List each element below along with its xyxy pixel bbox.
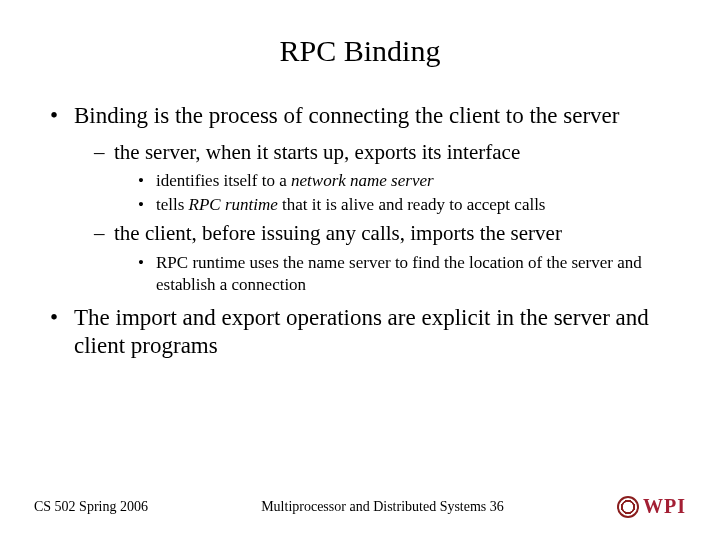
bullet-list-level2: the server, when it starts up, exports i… (74, 139, 690, 296)
slide: RPC Binding Binding is the process of co… (0, 0, 720, 540)
bullet-text: tells (156, 195, 189, 214)
slide-title: RPC Binding (30, 34, 690, 68)
bullet-list-level3: RPC runtime uses the name server to find… (114, 252, 690, 296)
bullet-text-emph: network name server (291, 171, 434, 190)
list-item: the client, before issuing any calls, im… (94, 220, 690, 295)
list-item: identifies itself to a network name serv… (138, 170, 690, 192)
bullet-text: that it is alive and ready to accept cal… (278, 195, 546, 214)
bullet-text: The import and export operations are exp… (74, 305, 649, 359)
bullet-list-level1: Binding is the process of connecting the… (50, 102, 690, 361)
list-item: The import and export operations are exp… (50, 304, 690, 362)
wpi-seal-icon (617, 496, 639, 518)
footer-logo: WPI (617, 495, 686, 518)
footer-course: CS 502 Spring 2006 (34, 499, 148, 515)
bullet-text-emph: RPC runtime (189, 195, 278, 214)
slide-footer: CS 502 Spring 2006 Multiprocessor and Di… (0, 495, 720, 518)
list-item: RPC runtime uses the name server to find… (138, 252, 690, 296)
wpi-logo-text: WPI (643, 495, 686, 518)
bullet-text: RPC runtime uses the name server to find… (156, 253, 642, 294)
bullet-text: the server, when it starts up, exports i… (114, 140, 520, 164)
slide-content: Binding is the process of connecting the… (30, 102, 690, 361)
bullet-text: the client, before issuing any calls, im… (114, 221, 562, 245)
footer-title-page: Multiprocessor and Distributed Systems 3… (148, 499, 617, 515)
list-item: tells RPC runtime that it is alive and r… (138, 194, 690, 216)
bullet-text: Binding is the process of connecting the… (74, 103, 619, 128)
list-item: Binding is the process of connecting the… (50, 102, 690, 296)
bullet-text: identifies itself to a (156, 171, 291, 190)
bullet-list-level3: identifies itself to a network name serv… (114, 170, 690, 216)
list-item: the server, when it starts up, exports i… (94, 139, 690, 216)
